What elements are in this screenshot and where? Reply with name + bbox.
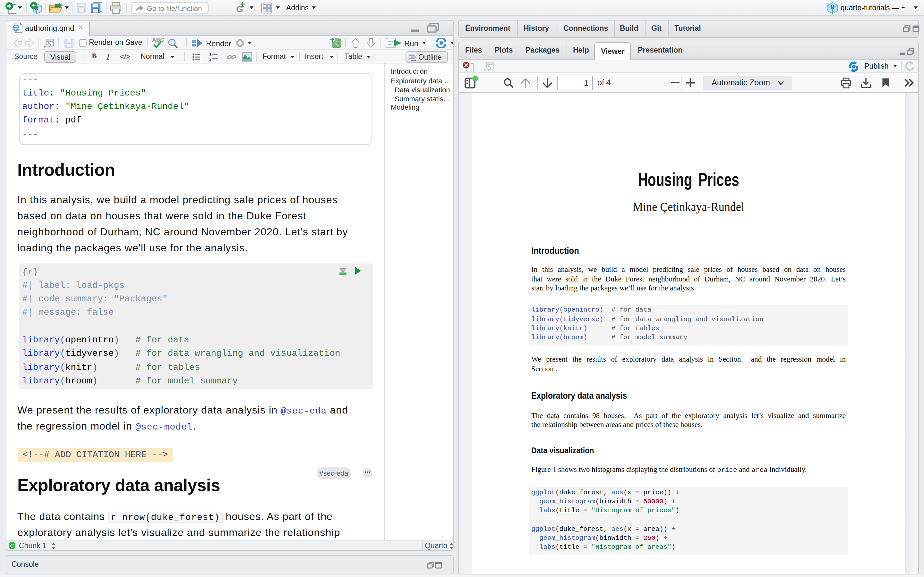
svg-text:2: 2 [209,57,212,61]
svg-text:1: 1 [209,53,212,57]
svg-text:R: R [830,3,835,11]
